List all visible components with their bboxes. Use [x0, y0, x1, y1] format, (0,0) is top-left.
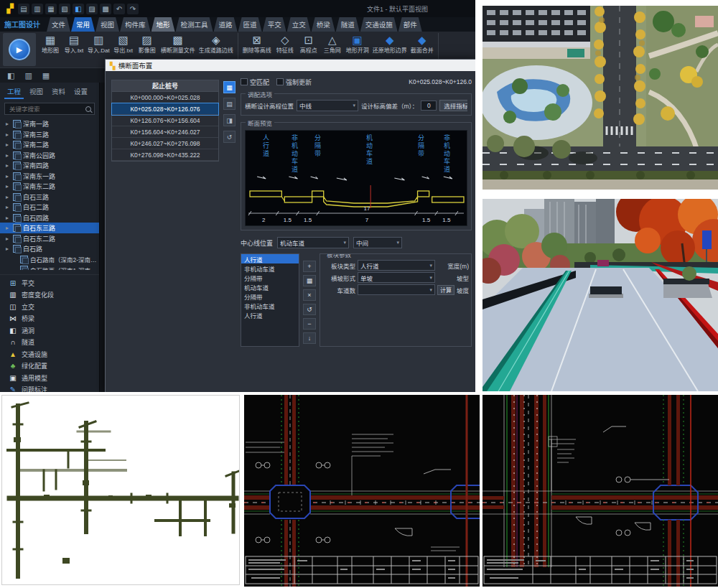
ribbon-tab[interactable]: 文件 — [47, 17, 70, 32]
list-action-button[interactable]: ▦ — [303, 275, 316, 286]
road-tree-item[interactable]: 白石路西（深南1-深南… — [0, 264, 99, 270]
ribbon-tool[interactable]: ▣ 地形开洞 — [346, 33, 369, 54]
quickbar-icon[interactable]: ▧ — [59, 4, 70, 14]
stake-row[interactable]: K0+000.000~K0+025.028 — [112, 92, 218, 103]
ribbon-tool[interactable]: ◇ 特征线 — [275, 33, 295, 54]
ribbon-tool[interactable]: ◆ 截面合并 — [411, 33, 434, 54]
road-tree-item[interactable]: 白石四路 — [0, 213, 99, 223]
category-item[interactable]: ✎ 问题标注 — [0, 384, 99, 393]
quickbar-icon[interactable]: ▨ — [86, 4, 98, 14]
layout-toggle-icon[interactable]: ▦ — [42, 71, 50, 80]
ribbon-tab[interactable]: 桥梁 — [312, 17, 335, 32]
ribbon-tab[interactable]: 地形 — [151, 17, 175, 32]
ribbon-tab[interactable]: 匝道 — [238, 17, 262, 32]
ribbon-tool[interactable]: ▥ 导入.Dat — [88, 33, 110, 54]
ribbon-tab[interactable]: 交通设施 — [360, 17, 398, 32]
road-tree-item[interactable]: 深南四路 — [0, 160, 99, 171]
centerline-lane-select[interactable]: 机动车道 — [277, 237, 349, 248]
empty-match-checkbox[interactable]: 空匹配 — [241, 78, 269, 87]
ribbon-tab[interactable]: 隧道 — [336, 17, 360, 32]
category-item[interactable]: ▲ 交通设施 — [0, 348, 99, 360]
sidebar-tab[interactable]: 资料 — [49, 85, 68, 99]
param-select[interactable]: 人行道 — [358, 260, 435, 271]
category-item[interactable]: ▥ 密度变化段 — [0, 289, 99, 302]
list-action-button[interactable]: − — [303, 318, 316, 330]
force-update-checkbox[interactable]: 强制更新 — [276, 78, 312, 87]
list-action-button[interactable]: + — [303, 261, 316, 272]
quickbar-icon[interactable]: ◧ — [73, 4, 84, 14]
ribbon-tool[interactable]: ⊡ 高程点 — [299, 33, 319, 54]
road-tree-item[interactable]: 深南一路 — [0, 118, 99, 129]
quickbar-icon[interactable]: ▥ — [32, 4, 43, 14]
search-box[interactable] — [4, 103, 95, 115]
ribbon-tab[interactable]: 道路 — [214, 17, 238, 32]
quickbar-icon[interactable]: ▤ — [18, 4, 29, 14]
category-item[interactable]: ▣ 通用模型 — [0, 372, 99, 384]
quickbar-icon[interactable]: ▦ — [45, 4, 57, 14]
plate-list-item[interactable]: 非机动车道 — [241, 263, 299, 273]
sidebar-tab[interactable]: 工程 — [4, 85, 24, 99]
view-mode-button[interactable]: ▦ — [223, 81, 236, 93]
road-tree-item[interactable]: 深南公园路 — [0, 150, 99, 161]
ribbon-tool[interactable]: ▧ 导出.txt — [113, 33, 134, 54]
road-tree-item[interactable]: 白石东三路 — [0, 223, 99, 233]
ribbon-tab[interactable]: 构件库 — [120, 17, 151, 32]
ribbon-tab[interactable]: 视图 — [95, 17, 119, 32]
sidebar-tab[interactable]: 设置 — [71, 85, 90, 99]
param-select[interactable] — [358, 284, 435, 295]
list-action-button[interactable]: × — [303, 289, 316, 301]
ribbon-tool[interactable]: ◈ 生成道路边线 — [199, 33, 233, 54]
ribbon-tool[interactable]: ◆ 还原地形边界 — [373, 33, 407, 54]
plate-list-item[interactable]: 分隔带 — [241, 273, 299, 282]
plate-list-item[interactable]: 非机动车道 — [241, 301, 299, 310]
view-mode-button[interactable]: ↺ — [223, 131, 236, 143]
search-input[interactable] — [8, 105, 83, 113]
plate-list-item[interactable]: 人行道 — [241, 254, 299, 263]
quickbar-icon[interactable]: ▞ — [4, 4, 16, 14]
centerline-pos-select[interactable]: 中间 — [353, 237, 402, 248]
ribbon-tool[interactable]: ⊠ 删除等高线 — [243, 33, 271, 54]
road-tree-item[interactable]: 白石东二路 — [0, 233, 99, 244]
stake-row[interactable]: K0+025.028~K0+126.076 — [112, 103, 218, 115]
category-item[interactable]: ◧ 涵洞 — [0, 325, 99, 337]
stake-row[interactable]: K0+246.027~K0+276.098 — [112, 138, 218, 149]
category-item[interactable]: ∩ 隧道 — [0, 337, 99, 349]
plate-list-item[interactable]: 机动车道 — [241, 282, 299, 291]
road-tree-item[interactable]: 深南东一路 — [0, 171, 99, 182]
category-item[interactable]: ⋈ 桥梁 — [0, 313, 99, 325]
layout-toggle-icon[interactable]: ◧ — [7, 71, 14, 80]
ribbon-tab[interactable]: 平交 — [263, 17, 286, 32]
stake-row[interactable]: K0+156.604~K0+246.027 — [112, 126, 218, 138]
plate-list-item[interactable]: 人行道 — [241, 310, 299, 319]
app-menu-button[interactable]: ▶ — [3, 33, 36, 66]
pick-standard-button[interactable]: 选择指标方案 — [439, 100, 467, 111]
stake-row[interactable]: K0+126.076~K0+156.604 — [112, 115, 218, 126]
view-mode-button[interactable]: ◨ — [223, 114, 236, 126]
ribbon-tab[interactable]: 检测工具 — [176, 17, 213, 32]
workspace-label[interactable]: 施工图设计 — [1, 19, 46, 32]
dialog-titlebar[interactable]: ▚ 横断面布置 — [106, 60, 475, 71]
plate-list-item[interactable]: 分隔带 — [241, 291, 299, 301]
road-tree-item[interactable]: 深南东二路 — [0, 181, 99, 192]
ribbon-tool[interactable]: ▦ 地形图 — [40, 33, 60, 54]
calc-button[interactable]: 计算 — [437, 285, 454, 295]
layout-toggle-icon[interactable]: ▥ — [24, 71, 32, 80]
sidebar-tab[interactable]: 视图 — [27, 85, 46, 99]
quickbar-icon[interactable]: ↷ — [127, 4, 139, 14]
ribbon-tab[interactable]: 立交 — [287, 17, 311, 32]
ribbon-tool[interactable]: ▩ 横断测量文件 — [161, 33, 195, 54]
quickbar-icon[interactable]: ↶ — [113, 4, 125, 14]
ribbon-tab[interactable]: 常用 — [71, 17, 95, 32]
road-tree-item[interactable]: 白石三路 — [0, 192, 99, 202]
view-mode-button[interactable]: ▤ — [223, 98, 236, 110]
road-tree-item[interactable]: 深南三路 — [0, 129, 99, 140]
elevation-position-select[interactable]: 中线 — [297, 100, 358, 111]
param-select[interactable]: 单坡 — [358, 272, 435, 283]
quickbar-icon[interactable]: ▩ — [100, 4, 111, 14]
road-tree-item[interactable]: 白石路 — [0, 243, 99, 254]
ribbon-tool[interactable]: ▤ 导入.txt — [64, 33, 84, 54]
ribbon-tool[interactable]: ▨ 影像图 — [137, 33, 157, 54]
road-tree-item[interactable]: 白石路南（深南2-深南… — [0, 254, 99, 265]
ribbon-tab[interactable]: 部件 — [398, 17, 422, 32]
offset-input[interactable]: 0 — [421, 101, 437, 111]
